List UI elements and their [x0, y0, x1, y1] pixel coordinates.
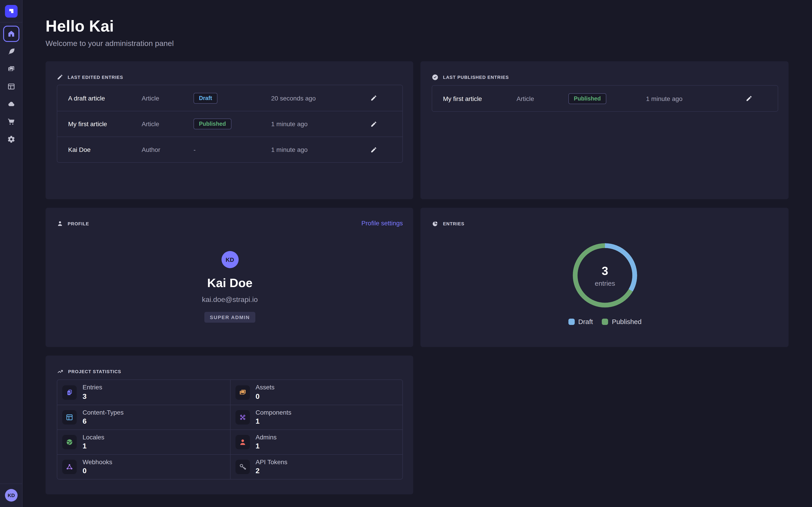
last-published-title: LAST PUBLISHED ENTRIES	[443, 75, 509, 80]
entries-header: ENTRIES	[432, 220, 778, 227]
project-statistics-header: PROJECT STATISTICS	[57, 368, 403, 375]
pictures-icon	[235, 385, 250, 399]
stat-value: 6	[83, 417, 123, 426]
nodes-icon	[235, 410, 250, 425]
stat-assets: Assets 0	[230, 380, 402, 405]
user-avatar[interactable]: KD	[5, 489, 17, 502]
profile-body: KD Kai Doe kai.doe@strapi.io SUPER ADMIN	[57, 251, 403, 323]
sidebar-item-deploy[interactable]	[3, 96, 19, 112]
status-dash: -	[194, 146, 271, 153]
stats-grid: Entries 3	[57, 380, 403, 480]
table-row: A draft article Article Draft 20 seconds…	[57, 85, 402, 111]
entry-name: A draft article	[68, 95, 142, 102]
webhook-icon	[62, 460, 77, 474]
cart-icon	[7, 118, 15, 126]
profile-name: Kai Doe	[207, 276, 252, 290]
entries-title: ENTRIES	[443, 221, 464, 226]
status-badge: Published	[194, 118, 231, 129]
last-edited-entries-card: LAST EDITED ENTRIES A draft article Arti…	[46, 61, 413, 199]
table-row: Kai Doe Author - 1 minute ago	[57, 136, 402, 162]
sidebar-divider-top	[0, 22, 22, 22]
entry-time: 1 minute ago	[271, 120, 354, 127]
stat-value: 2	[256, 467, 287, 475]
strapi-logo[interactable]	[5, 5, 17, 17]
sidebar-item-marketplace[interactable]	[3, 114, 19, 130]
sidebar-item-content-manager[interactable]	[3, 43, 19, 59]
stat-value: 1	[256, 442, 276, 450]
draft-swatch	[568, 319, 575, 325]
check-circle-icon	[432, 74, 439, 81]
stat-locales: Locales 1	[57, 430, 230, 454]
legend-label: Published	[612, 318, 642, 325]
profile-header: PROFILE	[57, 220, 403, 227]
entry-type: Article	[142, 95, 194, 102]
stat-label: Content-Types	[83, 409, 123, 416]
stat-label: Components	[256, 409, 292, 416]
stat-label: Entries	[83, 384, 102, 391]
last-edited-header: LAST EDITED ENTRIES	[57, 74, 403, 80]
sidebar-nav	[3, 26, 19, 147]
stat-value: 1	[256, 417, 292, 426]
entry-name: Kai Doe	[68, 146, 142, 153]
table-row: My first article Article Published 1 min…	[432, 86, 778, 111]
entry-type: Author	[142, 146, 194, 153]
table-row: My first article Article Published 1 min…	[57, 111, 402, 136]
last-published-entries-card: LAST PUBLISHED ENTRIES My first article …	[420, 61, 789, 199]
entries-count: 3	[602, 264, 608, 278]
stat-webhooks: Webhooks 0	[57, 454, 230, 479]
entry-name: My first article	[68, 120, 142, 127]
page-title: Hello Kai	[46, 17, 789, 35]
profile-card: PROFILE Profile settings KD Kai Doe kai.…	[46, 208, 413, 347]
sidebar-divider-bottom	[0, 484, 22, 484]
key-icon	[235, 460, 250, 474]
user-icon	[235, 435, 250, 449]
sidebar: KD	[0, 0, 22, 507]
pie-chart-icon	[432, 220, 439, 227]
profile-role-badge: SUPER ADMIN	[204, 312, 255, 323]
stat-label: Admins	[256, 434, 276, 441]
main-content: Hello Kai Welcome to your administration…	[22, 0, 812, 494]
sidebar-item-home[interactable]	[3, 26, 19, 42]
feather-icon	[7, 47, 15, 55]
entries-unit: entries	[595, 279, 615, 287]
edit-entry-button[interactable]	[746, 95, 752, 102]
edit-entry-button[interactable]	[370, 146, 377, 153]
status-badge: Draft	[194, 93, 217, 103]
strapi-logo-icon	[6, 6, 16, 16]
legend-label: Draft	[578, 318, 593, 325]
stat-value: 3	[83, 392, 102, 400]
app-window: KD Hello Kai Welcome to your administrat…	[0, 0, 812, 507]
pencil-icon	[57, 74, 63, 80]
images-icon	[7, 65, 15, 73]
sidebar-item-media-library[interactable]	[3, 61, 19, 77]
entry-name: My first article	[443, 95, 516, 102]
edit-entry-button[interactable]	[370, 121, 377, 127]
sidebar-item-settings[interactable]	[3, 131, 19, 147]
globe-icon	[62, 435, 77, 449]
entry-time: 1 minute ago	[646, 95, 729, 102]
stat-value: 0	[83, 467, 112, 475]
last-published-header: LAST PUBLISHED ENTRIES	[432, 74, 778, 81]
gear-icon	[7, 135, 15, 143]
pencil-icon	[370, 95, 377, 101]
profile-avatar: KD	[221, 251, 239, 268]
home-icon	[7, 30, 15, 38]
legend-item-draft: Draft	[568, 318, 593, 325]
stat-content-types: Content-Types 6	[57, 405, 230, 430]
layout-icon	[7, 82, 15, 91]
widget-grid: LAST EDITED ENTRIES A draft article Arti…	[46, 61, 789, 494]
stat-label: API Tokens	[256, 459, 287, 466]
pencil-icon	[370, 121, 377, 127]
profile-title: PROFILE	[68, 221, 89, 226]
stat-entries: Entries 3	[57, 380, 230, 405]
person-icon	[57, 220, 63, 227]
sidebar-item-content-type-builder[interactable]	[3, 78, 19, 95]
profile-settings-link[interactable]: Profile settings	[361, 220, 403, 227]
stat-label: Webhooks	[83, 459, 112, 466]
published-swatch	[602, 319, 608, 325]
edit-entry-button[interactable]	[370, 95, 377, 101]
status-badge: Published	[568, 93, 606, 104]
last-edited-title: LAST EDITED ENTRIES	[68, 74, 123, 79]
entry-type: Article	[142, 120, 194, 127]
entry-time: 20 seconds ago	[271, 95, 354, 102]
